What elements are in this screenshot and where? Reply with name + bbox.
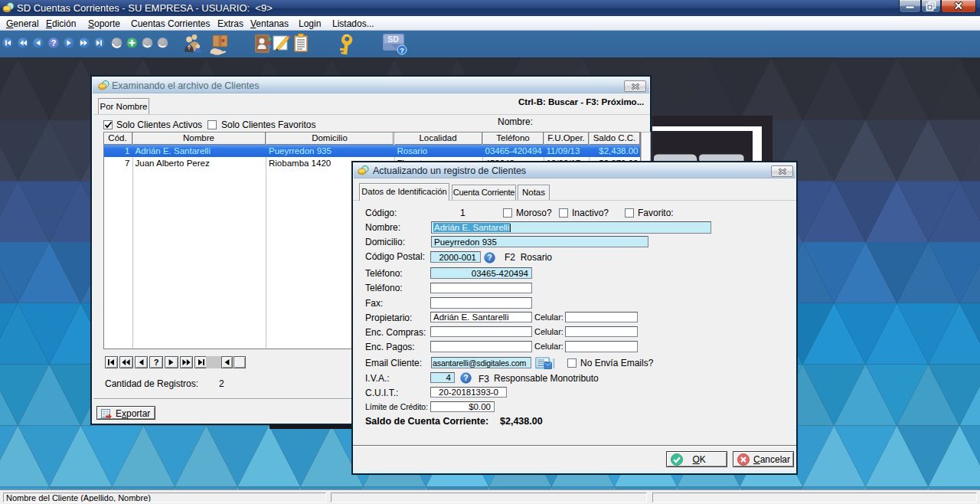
svg-text:?: ? bbox=[463, 373, 468, 382]
svg-text:?: ? bbox=[51, 38, 57, 47]
svg-text:?: ? bbox=[487, 253, 492, 262]
svg-text:?: ? bbox=[400, 47, 404, 54]
svg-text:SD: SD bbox=[387, 34, 399, 44]
